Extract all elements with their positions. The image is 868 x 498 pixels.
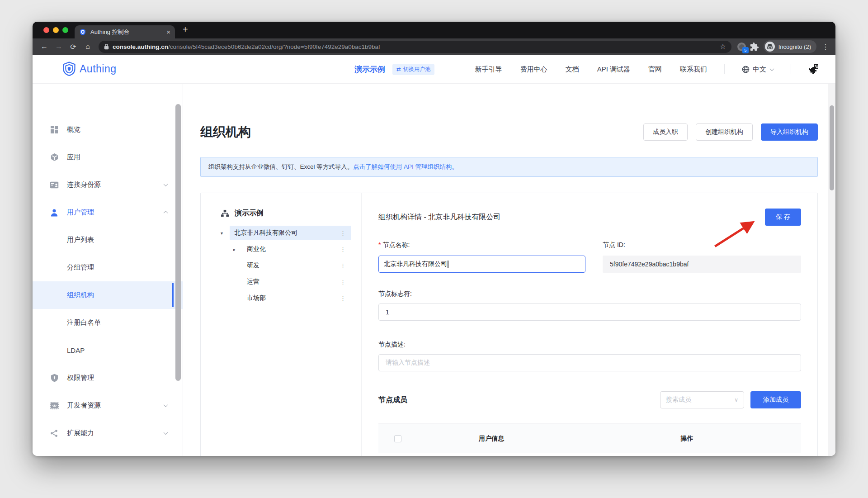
sidebar-item-label: 连接身份源 — [67, 180, 101, 189]
home-icon[interactable]: ⌂ — [81, 43, 94, 51]
incognito-label: Incognito (2) — [778, 43, 811, 50]
create-org-button[interactable]: 创建组织机构 — [696, 123, 753, 141]
maximize-window-button[interactable] — [62, 27, 68, 33]
search-member-select[interactable]: 搜索成员 ∨ — [660, 391, 744, 408]
banner-link[interactable]: 点击了解如何使用 API 管理组织结构。 — [353, 163, 458, 171]
node-menu-icon[interactable]: ⋮ — [339, 230, 347, 237]
chevron-down-icon — [164, 403, 168, 407]
tree-root[interactable]: 演示示例 — [221, 209, 351, 218]
puzzle-extensions-icon[interactable] — [750, 42, 759, 52]
node-name-value: 北京非凡科技有限公司 — [384, 260, 447, 268]
nav-item-contact[interactable]: 联系我们 — [680, 65, 707, 74]
back-icon[interactable]: ← — [38, 43, 51, 51]
node-desc-input[interactable]: 请输入节点描述 — [378, 354, 801, 371]
tree-root-label: 演示示例 — [235, 209, 264, 218]
extension-icon[interactable]: 5 — [736, 41, 748, 52]
caret-down-icon[interactable]: ▾ — [221, 231, 230, 236]
nav-item-guide[interactable]: 新手引导 — [475, 65, 502, 74]
sidebar-item-organization[interactable]: 组织机构 — [33, 281, 183, 309]
add-member-button[interactable]: 添加成员 — [750, 391, 801, 408]
node-menu-icon[interactable]: ⋮ — [339, 262, 347, 269]
sidebar-item-partial[interactable] — [33, 447, 183, 456]
detail-title: 组织机构详情 - 北京非凡科技有限公司 — [378, 209, 500, 222]
forward-icon[interactable]: → — [52, 43, 65, 51]
import-org-button[interactable]: 导入组织机构 — [761, 123, 818, 141]
node-name-input[interactable]: 北京非凡科技有限公司 — [378, 256, 585, 273]
tab-favicon-shield-icon — [79, 28, 86, 36]
nav-item-docs[interactable]: 文档 — [566, 65, 579, 74]
nav-item-api-debugger[interactable]: API 调试器 — [597, 65, 630, 74]
members-title: 节点成员 — [378, 395, 407, 405]
tree-node-label: 市场部 — [247, 294, 339, 302]
tree-node-marketing[interactable]: 市场部⋮ — [221, 290, 351, 306]
switch-pool-label: 切换用户池 — [403, 66, 430, 73]
sidebar-item-developer-resources[interactable]: 开发者资源 — [33, 392, 183, 419]
reload-icon[interactable]: ⟳ — [67, 43, 80, 51]
sidebar: 概览 应用 连接身份源 用户管理 — [33, 84, 183, 456]
browser-menu-icon[interactable]: ⋮ — [821, 43, 830, 51]
sidebar-item-label: 应用 — [67, 153, 80, 161]
sidebar-item-registration-whitelist[interactable]: 注册白名单 — [33, 309, 183, 337]
node-desc-label: 节点描述: — [378, 341, 801, 349]
node-code-input[interactable]: 1 — [378, 304, 801, 321]
switch-arrows-icon: ⇄ — [396, 66, 401, 72]
sidebar-item-group-management[interactable]: 分组管理 — [33, 254, 183, 281]
search-member-placeholder: 搜索成员 — [666, 396, 691, 404]
sidebar-item-applications[interactable]: 应用 — [33, 143, 183, 171]
tree-node-commercial[interactable]: ▸ 商业化⋮ — [221, 241, 351, 257]
browser-tab[interactable]: Authing 控制台 × — [75, 25, 175, 38]
tree-node-operations[interactable]: 运营⋮ — [221, 274, 351, 290]
sidebar-item-user-list[interactable]: 用户列表 — [33, 226, 183, 254]
page-header: 组织机构 成员入职 创建组织机构 导入组织机构 — [200, 123, 818, 141]
org-card: 演示示例 ▾ 北京非凡科技有限公司⋮ ▸ 商业化⋮ — [200, 193, 818, 456]
sidebar-item-permission-management[interactable]: 权限管理 — [33, 364, 183, 392]
bookmark-star-icon[interactable]: ☆ — [720, 43, 726, 51]
sidebar-item-label: 组织机构 — [67, 291, 94, 299]
sidebar-item-overview[interactable]: 概览 — [33, 116, 183, 143]
lock-icon — [104, 43, 109, 50]
save-button[interactable]: 保 存 — [765, 209, 801, 226]
page-scrollbar-thumb[interactable] — [830, 105, 834, 190]
node-menu-icon[interactable]: ⋮ — [339, 246, 347, 253]
close-window-button[interactable] — [43, 27, 49, 33]
user-avatar[interactable] — [808, 64, 818, 75]
minimize-window-button[interactable] — [53, 27, 59, 33]
incognito-icon — [765, 42, 775, 52]
caret-right-icon[interactable]: ▸ — [233, 247, 242, 252]
nav-item-website[interactable]: 官网 — [648, 65, 662, 74]
select-all-checkbox[interactable] — [394, 435, 401, 442]
sidebar-item-label: 权限管理 — [67, 374, 94, 382]
org-chart-icon — [221, 209, 229, 217]
member-onboard-button[interactable]: 成员入职 — [643, 123, 688, 141]
sidebar-item-ldap[interactable]: LDAP — [33, 337, 183, 364]
incognito-profile-chip[interactable]: Incognito (2) — [764, 40, 816, 53]
share-network-icon — [50, 429, 59, 438]
sidebar-item-user-management[interactable]: 用户管理 — [33, 199, 183, 226]
sidebar-scrollbar[interactable] — [175, 104, 181, 381]
url-host: console.authing.cn — [113, 43, 168, 50]
tree-node-rnd[interactable]: 研发⋮ — [221, 257, 351, 274]
tree-node-label: 研发 — [247, 261, 339, 270]
tab-strip: Authing 控制台 × + — [33, 22, 835, 38]
authing-logo[interactable]: Authing — [62, 62, 117, 76]
nav-item-billing[interactable]: 费用中心 — [520, 65, 547, 74]
tab-close-icon[interactable]: × — [166, 28, 170, 35]
language-selector[interactable]: 中文 — [742, 65, 774, 74]
sidebar-item-identity-sources[interactable]: 连接身份源 — [33, 171, 183, 199]
tree-node-label: 商业化 — [247, 245, 339, 253]
page-scrollbar-track[interactable] — [828, 84, 835, 456]
new-tab-button[interactable]: + — [183, 24, 188, 35]
sidebar-item-extensions[interactable]: 扩展能力 — [33, 419, 183, 447]
page-title: 组织机构 — [200, 123, 251, 141]
address-bar[interactable]: console.authing.cn/console/5f45cad3ece50… — [99, 41, 731, 53]
globe-icon — [742, 66, 750, 73]
tree-node-company[interactable]: ▾ 北京非凡科技有限公司⋮ — [221, 225, 351, 241]
user-pool-name[interactable]: 演示示例 — [354, 64, 385, 75]
header-right: 新手引导 费用中心 文档 API 调试器 官网 联系我们 中文 — [475, 55, 818, 84]
node-desc-placeholder: 请输入节点描述 — [386, 359, 430, 367]
node-menu-icon[interactable]: ⋮ — [339, 295, 347, 302]
node-id-label: 节点 ID: — [603, 241, 801, 249]
desktop: Authing 控制台 × + ← → ⟳ ⌂ console.authing.… — [0, 0, 868, 498]
switch-pool-button[interactable]: ⇄切换用户池 — [392, 64, 434, 75]
node-menu-icon[interactable]: ⋮ — [339, 279, 347, 285]
